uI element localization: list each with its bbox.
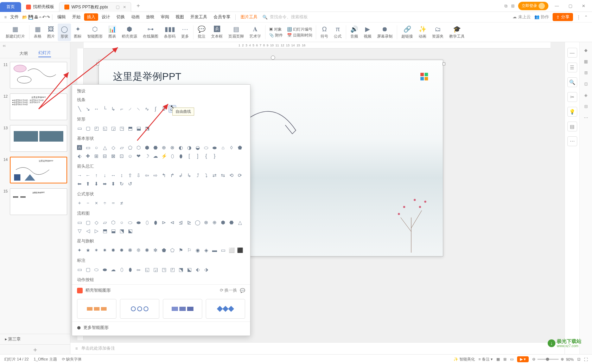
shape-round2[interactable]: ⬓ bbox=[135, 124, 142, 132]
shape-textbox[interactable]: 🅰 bbox=[76, 144, 83, 151]
ribbon-smartart[interactable]: ⬡智能图形 bbox=[84, 24, 106, 41]
shape-elbow[interactable]: └ bbox=[101, 105, 109, 113]
ribbon-mindmap[interactable]: ⊶在线脑图 bbox=[140, 24, 161, 41]
ribbon-new-slide[interactable]: ▦新建幻灯片 bbox=[3, 24, 28, 41]
status-beautify[interactable]: ✨ 智能美化 bbox=[453, 357, 475, 362]
tool-minus[interactable]: — bbox=[567, 48, 577, 58]
zoom-out-icon[interactable]: ⊖ bbox=[532, 357, 535, 362]
ribbon-picture[interactable]: 🖼图片 bbox=[44, 24, 58, 41]
shape-curve1[interactable]: ⟋ bbox=[126, 105, 134, 113]
shape-snip3[interactable]: ◲ bbox=[109, 124, 117, 132]
shape-snip2[interactable]: ◱ bbox=[101, 124, 109, 132]
open-icon[interactable]: 📂 bbox=[22, 15, 27, 20]
maximize-button[interactable]: ▢ bbox=[565, 4, 575, 8]
fit-icon[interactable]: ⊡ bbox=[577, 357, 580, 362]
far-icon-1[interactable]: ◆ bbox=[584, 48, 587, 53]
shape-scribble[interactable]: ʃ bbox=[152, 105, 159, 113]
shape-curve3[interactable]: ∿ bbox=[143, 105, 151, 113]
collaborate-button[interactable]: 👥 协作 bbox=[534, 14, 549, 20]
shape-snip1[interactable]: ◰ bbox=[93, 124, 100, 132]
print-icon[interactable]: 🖶 bbox=[34, 15, 38, 20]
share-button[interactable]: ⇪ 分享 bbox=[553, 13, 573, 21]
search-icon[interactable]: 🔍 bbox=[262, 15, 268, 20]
status-missing-font[interactable]: ⟳ 缺失字体 bbox=[62, 357, 82, 362]
ribbon-symbol[interactable]: Ω符号 bbox=[318, 24, 331, 41]
shape-double-arrow[interactable]: ↔ bbox=[93, 105, 100, 113]
minimize-button[interactable]: — bbox=[552, 4, 562, 8]
view-sorter-icon[interactable]: ⊞ bbox=[503, 357, 507, 362]
ribbon-headerfooter[interactable]: ▤页眉页脚 bbox=[225, 24, 247, 41]
ribbon-hyperlink[interactable]: 🔗超链接 bbox=[399, 24, 416, 41]
ribbon-datetime[interactable]: 📅 日期和时间 bbox=[287, 33, 312, 38]
shape-elbow-arrow[interactable]: ↳ bbox=[109, 105, 117, 113]
view-normal-icon[interactable]: ▦ bbox=[496, 357, 500, 362]
login-button[interactable]: 立即登录 bbox=[518, 2, 548, 10]
search-placeholder[interactable]: 查找命令、搜索模板 bbox=[270, 14, 308, 20]
smart-item-2[interactable] bbox=[120, 299, 159, 319]
close-button[interactable]: ✕ bbox=[579, 4, 588, 8]
layout-icon[interactable]: ⧉ bbox=[504, 4, 508, 8]
menu-slideshow[interactable]: 放映 bbox=[143, 13, 157, 21]
smart-shapes-header[interactable]: 稻壳智能图形 ⟳ 换一换 💬 bbox=[72, 284, 250, 296]
menu-vip[interactable]: 会员专享 bbox=[211, 13, 233, 21]
ribbon-video[interactable]: ▶视频 bbox=[361, 24, 374, 41]
shape-line[interactable]: ╲ bbox=[76, 105, 83, 113]
tab-template[interactable]: 找稻壳模板 bbox=[21, 2, 59, 12]
far-icon-5[interactable]: ◈ bbox=[584, 93, 587, 98]
far-icon-6[interactable]: ⊟ bbox=[584, 104, 588, 109]
thumb-list[interactable]: 11 12这里是举例PPT■ 这是写的文字内容，这是写的文字内容■ 这是写的文字… bbox=[0, 58, 70, 334]
smart-item-3[interactable] bbox=[163, 299, 202, 319]
zoom-slider[interactable] bbox=[537, 359, 559, 360]
menu-view[interactable]: 视图 bbox=[173, 13, 187, 21]
ribbon-icon[interactable]: ✦图标 bbox=[71, 24, 84, 41]
smart-item-4[interactable] bbox=[206, 299, 245, 319]
menu-picture-tools[interactable]: 图片工具 bbox=[238, 13, 260, 21]
ribbon-object[interactable]: ▣ 对象 bbox=[269, 27, 283, 32]
more-icon[interactable]: ⋮ bbox=[577, 15, 581, 20]
undo-icon[interactable]: ↶ bbox=[42, 15, 46, 20]
add-slide-button[interactable]: ＋ bbox=[0, 344, 70, 354]
rotate-handle[interactable] bbox=[271, 56, 275, 60]
tab-slides[interactable]: 幻灯片 bbox=[38, 50, 51, 57]
zoom-in-icon[interactable]: ⊕ bbox=[561, 357, 564, 362]
notes-bar[interactable]: ≡ 单击此处添加备注 bbox=[70, 342, 565, 354]
menu-devtools[interactable]: 开发工具 bbox=[187, 13, 210, 21]
far-icon-2[interactable]: ▦ bbox=[584, 59, 588, 64]
chapter-label[interactable]: ▸ 第三章 bbox=[0, 334, 70, 344]
tab-menu-icon[interactable]: ▢ bbox=[116, 5, 120, 9]
cloud-status[interactable]: ☁ 未上云 bbox=[513, 14, 530, 20]
tool-more[interactable]: ⋯ bbox=[567, 136, 577, 146]
menu-edit[interactable]: 编辑 bbox=[55, 13, 69, 21]
far-icon-4[interactable]: ⊡ bbox=[584, 82, 588, 86]
shape-elbow2[interactable]: ⌐ bbox=[118, 105, 126, 113]
smart-item-1[interactable] bbox=[77, 299, 116, 319]
ribbon-more[interactable]: ⋯更多 bbox=[178, 24, 192, 41]
ribbon-formula[interactable]: π公式 bbox=[331, 24, 344, 41]
thumb-12[interactable]: 12这里是举例PPT■ 这是写的文字内容，这是写的文字内容■ 这是写的文字内容，… bbox=[0, 92, 70, 124]
shape-arrow-line[interactable]: ↘ bbox=[84, 105, 92, 113]
ribbon-anim[interactable]: ✨动画 bbox=[416, 24, 429, 41]
thumb-15[interactable]: 15这里是举例PPT▮▮▮▮▮▮▮▮▮▮ bbox=[0, 187, 70, 219]
chat-icon[interactable]: 💬 bbox=[240, 288, 245, 293]
new-tab-button[interactable]: ＋ bbox=[134, 2, 142, 10]
tool-zoom[interactable]: 🔍 bbox=[567, 77, 577, 87]
ribbon-shapes[interactable]: ◯形状 bbox=[58, 24, 71, 41]
shape-round3[interactable]: ⬔ bbox=[143, 124, 151, 132]
shape-curve2[interactable]: ⟍ bbox=[135, 105, 142, 113]
ribbon-comment[interactable]: 💬批注 bbox=[195, 24, 208, 41]
tab-home[interactable]: 首页 bbox=[0, 2, 21, 12]
view-reading-icon[interactable]: ▭ bbox=[510, 357, 514, 362]
tab-outline[interactable]: 大纲 bbox=[19, 51, 28, 57]
zoom-control[interactable]: ⊖ ⊕ 90% bbox=[532, 357, 574, 362]
refresh-button[interactable]: ⟳ 换一换 bbox=[220, 287, 237, 293]
menu-review[interactable]: 审阅 bbox=[158, 13, 172, 21]
expand-icon[interactable]: ⌃ bbox=[584, 15, 588, 20]
close-icon[interactable]: × bbox=[123, 4, 126, 10]
expand-icon[interactable]: ⛶ bbox=[584, 357, 588, 362]
thumb-11[interactable]: 11 bbox=[0, 60, 70, 92]
tool-idea[interactable]: 💡 bbox=[567, 107, 577, 117]
ribbon-table[interactable]: ▦表格 bbox=[31, 24, 44, 41]
resize-handle-ne[interactable] bbox=[443, 63, 445, 65]
shape-roundrect[interactable]: ▢ bbox=[84, 124, 92, 132]
grid-icon[interactable]: ⊞ bbox=[511, 4, 515, 8]
